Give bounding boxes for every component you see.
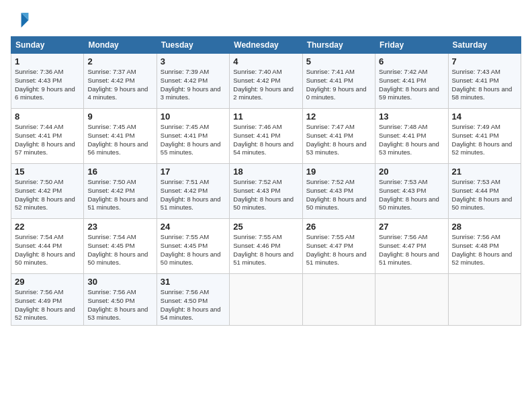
cell-info: Sunrise: 7:53 AMSunset: 4:43 PMDaylight:… — [379, 178, 439, 211]
calendar-cell — [448, 274, 521, 326]
calendar-cell: 4 Sunrise: 7:40 AMSunset: 4:42 PMDayligh… — [230, 54, 302, 109]
cell-info: Sunrise: 7:40 AMSunset: 4:42 PMDaylight:… — [233, 68, 294, 101]
calendar-cell: 29 Sunrise: 7:56 AMSunset: 4:49 PMDaylig… — [11, 274, 84, 326]
cell-info: Sunrise: 7:47 AMSunset: 4:41 PMDaylight:… — [306, 123, 367, 156]
calendar-cell: 11 Sunrise: 7:46 AMSunset: 4:41 PMDaylig… — [230, 109, 302, 164]
cell-info: Sunrise: 7:36 AMSunset: 4:43 PMDaylight:… — [15, 68, 75, 101]
calendar-cell: 23 Sunrise: 7:54 AMSunset: 4:45 PMDaylig… — [84, 219, 157, 274]
calendar-header: SundayMondayTuesdayWednesdayThursdayFrid… — [11, 37, 521, 54]
day-number: 7 — [452, 56, 517, 66]
cell-info: Sunrise: 7:48 AMSunset: 4:41 PMDaylight:… — [379, 123, 439, 156]
cell-info: Sunrise: 7:45 AMSunset: 4:41 PMDaylight:… — [87, 123, 148, 156]
calendar-cell: 3 Sunrise: 7:39 AMSunset: 4:42 PMDayligh… — [157, 54, 229, 109]
page: SundayMondayTuesdayWednesdayThursdayFrid… — [0, 0, 532, 411]
cell-info: Sunrise: 7:56 AMSunset: 4:47 PMDaylight:… — [379, 233, 439, 266]
day-number: 10 — [161, 111, 226, 122]
calendar-cell: 18 Sunrise: 7:52 AMSunset: 4:43 PMDaylig… — [230, 164, 302, 219]
calendar-cell: 1 Sunrise: 7:36 AMSunset: 4:43 PMDayligh… — [11, 54, 84, 109]
calendar-cell: 20 Sunrise: 7:53 AMSunset: 4:43 PMDaylig… — [375, 164, 448, 219]
cell-info: Sunrise: 7:56 AMSunset: 4:49 PMDaylight:… — [15, 288, 75, 321]
cell-info: Sunrise: 7:55 AMSunset: 4:47 PMDaylight:… — [306, 233, 367, 266]
cell-info: Sunrise: 7:54 AMSunset: 4:45 PMDaylight:… — [87, 233, 148, 266]
calendar-cell: 19 Sunrise: 7:52 AMSunset: 4:43 PMDaylig… — [302, 164, 375, 219]
day-number: 4 — [233, 56, 298, 66]
cell-info: Sunrise: 7:56 AMSunset: 4:48 PMDaylight:… — [452, 233, 513, 266]
day-number: 22 — [15, 222, 80, 232]
calendar-cell: 12 Sunrise: 7:47 AMSunset: 4:41 PMDaylig… — [302, 109, 375, 164]
cell-info: Sunrise: 7:50 AMSunset: 4:42 PMDaylight:… — [15, 178, 75, 211]
calendar-cell: 6 Sunrise: 7:42 AMSunset: 4:41 PMDayligh… — [375, 54, 448, 109]
day-number: 15 — [15, 167, 80, 177]
weekday-header-monday: Monday — [84, 37, 157, 54]
day-number: 21 — [452, 167, 517, 177]
day-number: 14 — [452, 111, 517, 122]
day-number: 20 — [379, 167, 444, 177]
calendar-cell: 30 Sunrise: 7:56 AMSunset: 4:50 PMDaylig… — [84, 274, 157, 326]
day-number: 13 — [379, 111, 444, 122]
cell-info: Sunrise: 7:37 AMSunset: 4:42 PMDaylight:… — [87, 68, 148, 101]
calendar-cell: 7 Sunrise: 7:43 AMSunset: 4:41 PMDayligh… — [448, 54, 521, 109]
calendar-cell: 5 Sunrise: 7:41 AMSunset: 4:41 PMDayligh… — [302, 54, 375, 109]
calendar-cell: 31 Sunrise: 7:56 AMSunset: 4:50 PMDaylig… — [157, 274, 229, 326]
calendar-cell: 10 Sunrise: 7:45 AMSunset: 4:41 PMDaylig… — [157, 109, 229, 164]
calendar-cell: 16 Sunrise: 7:50 AMSunset: 4:42 PMDaylig… — [84, 164, 157, 219]
cell-info: Sunrise: 7:49 AMSunset: 4:41 PMDaylight:… — [452, 123, 513, 156]
calendar-week-1: 1 Sunrise: 7:36 AMSunset: 4:43 PMDayligh… — [11, 54, 521, 109]
day-number: 26 — [306, 222, 371, 232]
calendar-cell: 13 Sunrise: 7:48 AMSunset: 4:41 PMDaylig… — [375, 109, 448, 164]
day-number: 31 — [161, 277, 226, 287]
calendar-cell: 24 Sunrise: 7:55 AMSunset: 4:45 PMDaylig… — [157, 219, 229, 274]
calendar-cell: 27 Sunrise: 7:56 AMSunset: 4:47 PMDaylig… — [375, 219, 448, 274]
day-number: 9 — [87, 111, 152, 122]
day-number: 8 — [15, 111, 80, 122]
cell-info: Sunrise: 7:51 AMSunset: 4:42 PMDaylight:… — [161, 178, 221, 211]
weekday-header-thursday: Thursday — [302, 37, 375, 54]
cell-info: Sunrise: 7:56 AMSunset: 4:50 PMDaylight:… — [87, 288, 148, 321]
cell-info: Sunrise: 7:56 AMSunset: 4:50 PMDaylight:… — [161, 288, 221, 321]
day-number: 19 — [306, 167, 371, 177]
cell-info: Sunrise: 7:43 AMSunset: 4:41 PMDaylight:… — [452, 68, 513, 101]
cell-info: Sunrise: 7:50 AMSunset: 4:42 PMDaylight:… — [87, 178, 148, 211]
logo-icon — [11, 11, 30, 30]
cell-info: Sunrise: 7:52 AMSunset: 4:43 PMDaylight:… — [306, 178, 367, 211]
day-number: 23 — [87, 222, 152, 232]
cell-info: Sunrise: 7:55 AMSunset: 4:46 PMDaylight:… — [233, 233, 294, 266]
cell-info: Sunrise: 7:52 AMSunset: 4:43 PMDaylight:… — [233, 178, 294, 211]
cell-info: Sunrise: 7:39 AMSunset: 4:42 PMDaylight:… — [161, 68, 221, 101]
weekday-header-friday: Friday — [375, 37, 448, 54]
calendar-cell: 8 Sunrise: 7:44 AMSunset: 4:41 PMDayligh… — [11, 109, 84, 164]
calendar-cell: 15 Sunrise: 7:50 AMSunset: 4:42 PMDaylig… — [11, 164, 84, 219]
day-number: 18 — [233, 167, 298, 177]
weekday-header-tuesday: Tuesday — [157, 37, 229, 54]
calendar-week-4: 22 Sunrise: 7:54 AMSunset: 4:44 PMDaylig… — [11, 219, 521, 274]
day-number: 1 — [15, 56, 80, 66]
weekday-header-saturday: Saturday — [448, 37, 521, 54]
day-number: 3 — [161, 56, 226, 66]
cell-info: Sunrise: 7:46 AMSunset: 4:41 PMDaylight:… — [233, 123, 294, 156]
cell-info: Sunrise: 7:45 AMSunset: 4:41 PMDaylight:… — [161, 123, 221, 156]
cell-info: Sunrise: 7:54 AMSunset: 4:44 PMDaylight:… — [15, 233, 75, 266]
day-number: 28 — [452, 222, 517, 232]
calendar-cell — [302, 274, 375, 326]
calendar-body: 1 Sunrise: 7:36 AMSunset: 4:43 PMDayligh… — [11, 54, 521, 326]
calendar-cell: 22 Sunrise: 7:54 AMSunset: 4:44 PMDaylig… — [11, 219, 84, 274]
cell-info: Sunrise: 7:53 AMSunset: 4:44 PMDaylight:… — [452, 178, 513, 211]
calendar-cell: 21 Sunrise: 7:53 AMSunset: 4:44 PMDaylig… — [448, 164, 521, 219]
calendar-week-2: 8 Sunrise: 7:44 AMSunset: 4:41 PMDayligh… — [11, 109, 521, 164]
calendar-cell — [230, 274, 302, 326]
calendar-cell: 2 Sunrise: 7:37 AMSunset: 4:42 PMDayligh… — [84, 54, 157, 109]
logo — [11, 11, 32, 30]
calendar-week-5: 29 Sunrise: 7:56 AMSunset: 4:49 PMDaylig… — [11, 274, 521, 326]
day-number: 29 — [15, 277, 80, 287]
day-number: 27 — [379, 222, 444, 232]
day-number: 2 — [87, 56, 152, 66]
day-number: 24 — [161, 222, 226, 232]
weekday-header-sunday: Sunday — [11, 37, 84, 54]
day-number: 17 — [161, 167, 226, 177]
weekday-header-wednesday: Wednesday — [230, 37, 302, 54]
calendar-cell: 14 Sunrise: 7:49 AMSunset: 4:41 PMDaylig… — [448, 109, 521, 164]
day-number: 25 — [233, 222, 298, 232]
calendar-cell — [375, 274, 448, 326]
cell-info: Sunrise: 7:55 AMSunset: 4:45 PMDaylight:… — [161, 233, 221, 266]
cell-info: Sunrise: 7:44 AMSunset: 4:41 PMDaylight:… — [15, 123, 75, 156]
